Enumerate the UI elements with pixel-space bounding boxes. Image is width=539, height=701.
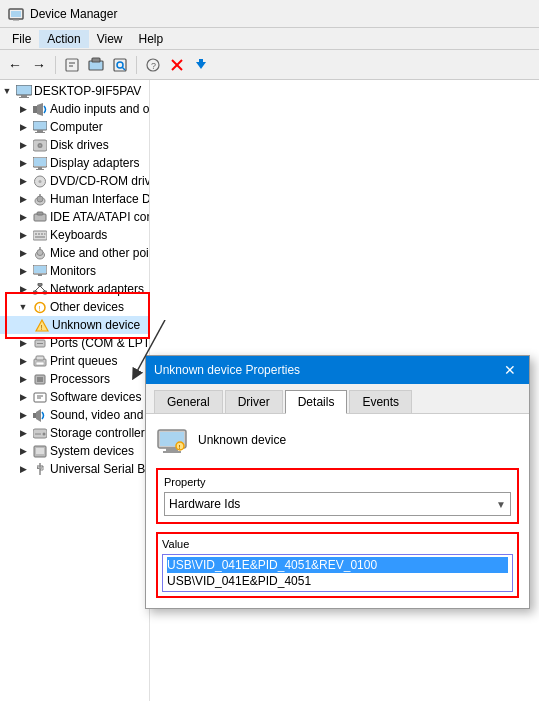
menu-action[interactable]: Action — [39, 30, 88, 48]
other-label: Other devices — [50, 300, 124, 314]
toggle[interactable]: ▶ — [16, 228, 30, 242]
svg-line-10 — [123, 67, 126, 70]
value-item-1[interactable]: USB\VID_041E&PID_4051 — [167, 573, 508, 589]
property-select[interactable]: Hardware Ids ▼ — [164, 492, 511, 516]
menu-file[interactable]: File — [4, 30, 39, 48]
tree-item-sound[interactable]: ▶ Sound, video and game controllers — [0, 406, 149, 424]
svg-rect-31 — [36, 169, 44, 170]
svg-rect-43 — [44, 233, 46, 235]
property-select-value: Hardware Ids — [169, 497, 240, 511]
toolbar-separator-1 — [55, 56, 56, 74]
tree-item-usb[interactable]: ▶ Universal Serial Bus controllers — [0, 460, 149, 478]
tree-root[interactable]: ▼ DESKTOP-9IF5PAV — [0, 82, 149, 100]
toggle[interactable]: ▶ — [16, 138, 30, 152]
toggle[interactable]: ▶ — [16, 372, 30, 386]
dialog-tabs: General Driver Details Events — [146, 384, 529, 414]
toggle[interactable]: ▶ — [16, 210, 30, 224]
tab-details[interactable]: Details — [285, 390, 348, 414]
tab-driver[interactable]: Driver — [225, 390, 283, 413]
help-button[interactable]: ? — [142, 54, 164, 76]
svg-text:!: ! — [41, 323, 43, 332]
monitors-label: Monitors — [50, 264, 96, 278]
tree-item-display[interactable]: ▶ Display adapters — [0, 154, 149, 172]
tree-item-network[interactable]: ▶ Network adapters — [0, 280, 149, 298]
value-item-0[interactable]: USB\VID_041E&PID_4051&REV_0100 — [167, 557, 508, 573]
down-button[interactable] — [190, 54, 212, 76]
svg-rect-2 — [13, 19, 19, 21]
network-label: Network adapters — [50, 282, 144, 296]
forward-button[interactable]: → — [28, 54, 50, 76]
svg-rect-63 — [36, 356, 44, 360]
svg-rect-66 — [37, 377, 43, 382]
back-button[interactable]: ← — [4, 54, 26, 76]
tab-events[interactable]: Events — [349, 390, 412, 413]
svg-rect-24 — [35, 132, 45, 133]
storage-icon — [32, 425, 48, 441]
toggle[interactable]: ▶ — [16, 120, 30, 134]
tree-item-monitors[interactable]: ▶ Monitors — [0, 262, 149, 280]
dialog-title: Unknown device Properties — [154, 363, 300, 377]
properties-dialog[interactable]: Unknown device Properties ✕ General Driv… — [145, 355, 530, 609]
toggle[interactable]: ▶ — [16, 426, 30, 440]
toggle[interactable]: ▶ — [16, 444, 30, 458]
toggle[interactable]: ▶ — [16, 174, 30, 188]
toggle[interactable]: ▶ — [16, 390, 30, 404]
tree-item-ide[interactable]: ▶ IDE ATA/ATAPI controllers — [0, 208, 149, 226]
tree-item-storage[interactable]: ▶ Storage controllers — [0, 424, 149, 442]
tree-item-other[interactable]: ▼ ! Other devices — [0, 298, 149, 316]
toggle[interactable]: ▶ — [16, 246, 30, 260]
toggle[interactable]: ▶ — [16, 156, 30, 170]
tree-item-keyboards[interactable]: ▶ Keyboards — [0, 226, 149, 244]
menu-help[interactable]: Help — [131, 30, 172, 48]
svg-rect-52 — [33, 291, 37, 294]
svg-point-27 — [39, 144, 41, 146]
tree-item-unknown[interactable]: ! Unknown device — [0, 316, 149, 334]
dialog-close-button[interactable]: ✕ — [499, 359, 521, 381]
menu-view[interactable]: View — [89, 30, 131, 48]
tree-item-ports[interactable]: ▶ Ports (COM & LPT) — [0, 334, 149, 352]
tree-item-system[interactable]: ▶ System devices — [0, 442, 149, 460]
tree-item-print[interactable]: ▶ Print queues — [0, 352, 149, 370]
disk-icon — [32, 137, 48, 153]
tree-item-hid[interactable]: ▶ Human Interface Devices — [0, 190, 149, 208]
toggle[interactable]: ▶ — [16, 282, 30, 296]
properties-button[interactable] — [61, 54, 83, 76]
svg-rect-16 — [199, 59, 203, 64]
tree-item-software[interactable]: ▶ Software devices — [0, 388, 149, 406]
device-name-label: Unknown device — [198, 433, 286, 447]
tree-item-audio[interactable]: ▶ Audio inputs and outputs — [0, 100, 149, 118]
toggle[interactable]: ▶ — [16, 462, 30, 476]
toggle[interactable]: ▶ — [16, 264, 30, 278]
scan-button[interactable] — [109, 54, 131, 76]
svg-point-46 — [37, 249, 43, 255]
audio-label: Audio inputs and outputs — [50, 102, 150, 116]
toggle[interactable]: ▶ — [16, 354, 30, 368]
toggle[interactable]: ▼ — [16, 300, 30, 314]
root-toggle[interactable]: ▼ — [0, 84, 14, 98]
update-button[interactable] — [85, 54, 107, 76]
toggle[interactable]: ▶ — [16, 102, 30, 116]
toggle[interactable]: ▶ — [16, 408, 30, 422]
svg-point-33 — [39, 180, 42, 183]
red-x-button[interactable] — [166, 54, 188, 76]
svg-rect-50 — [38, 274, 42, 276]
svg-rect-23 — [37, 130, 43, 132]
tree-item-mice[interactable]: ▶ Mice and other pointing devices — [0, 244, 149, 262]
svg-rect-40 — [35, 233, 37, 235]
svg-rect-51 — [38, 283, 42, 286]
network-icon — [32, 281, 48, 297]
device-tree[interactable]: ▼ DESKTOP-9IF5PAV ▶ Audio inputs and out… — [0, 80, 150, 701]
tree-item-dvd[interactable]: ▶ DVD/CD-ROM drives — [0, 172, 149, 190]
dialog-titlebar: Unknown device Properties ✕ — [146, 356, 529, 384]
tree-item-disk[interactable]: ▶ Disk drives — [0, 136, 149, 154]
svg-rect-22 — [33, 121, 47, 130]
tree-item-processors[interactable]: ▶ Processors — [0, 370, 149, 388]
keyboards-label: Keyboards — [50, 228, 107, 242]
toggle[interactable]: ▶ — [16, 192, 30, 206]
toggle[interactable]: ▶ — [16, 336, 30, 350]
svg-rect-18 — [21, 95, 27, 97]
tab-general[interactable]: General — [154, 390, 223, 413]
dvd-label: DVD/CD-ROM drives — [50, 174, 150, 188]
tree-item-computer[interactable]: ▶ Computer — [0, 118, 149, 136]
other-icon: ! — [32, 299, 48, 315]
